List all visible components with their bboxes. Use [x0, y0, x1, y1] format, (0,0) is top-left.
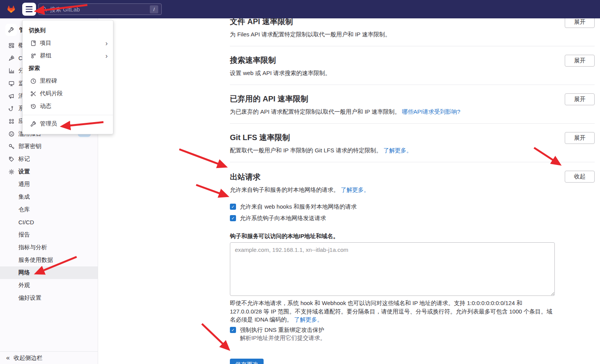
gear-icon	[8, 169, 15, 175]
admin-wrench-icon	[30, 121, 36, 127]
sidebar-item-labels[interactable]: 标记	[0, 153, 98, 165]
section-description: 为 Files API 请求配置特定限制以取代一般用户和 IP 速率限制。	[230, 31, 555, 38]
search-shortcut-key: /	[150, 5, 158, 13]
which-api-requests-link[interactable]: 哪些API请求受到影响?	[402, 108, 461, 115]
context-switcher-dropdown: 切换到 项目 › 群组 › 探索 里程碑 代码片段 动态 管理员	[22, 20, 113, 134]
project-icon	[30, 40, 36, 46]
bullhorn-icon	[8, 93, 15, 99]
dns-rebinding-checkbox-row: ✓ 强制执行 DNS 重新绑定攻击保护	[230, 326, 595, 334]
section-title: 已弃用的 API 速率限制	[230, 94, 595, 103]
allowlist-help-text: 即使不允许本地请求，系统 hook 和 Webhook 也可以访问对这些域名和 …	[230, 299, 555, 324]
learn-more-link[interactable]: 了解更多。	[294, 316, 323, 323]
gitlab-admin-network-page: / 管理中心 概览 CI/CD 分析 监控 消息	[0, 0, 600, 364]
tag-icon	[8, 156, 15, 162]
section-deprecated-api-rate-limits: 已弃用的 API 速率限制 为已废弃的 API 请求配置特定限制以取代一般用户和…	[230, 85, 595, 124]
checkbox-label: 强制执行 DNS 重新绑定攻击保护	[240, 326, 324, 334]
webhooks-local-network-checkbox[interactable]: ✓	[230, 204, 236, 210]
chevron-right-icon: ›	[105, 40, 108, 47]
section-outbound-requests: 出站请求 收起 允许来自钩子和服务的对本地网络的请求。 了解更多。 ✓ 允许来自…	[230, 162, 595, 364]
system-hooks-local-network-checkbox[interactable]: ✓	[230, 215, 236, 221]
checkbox-label: 允许系统钩子向本地网络发送请求	[240, 214, 326, 222]
section-description: 为已废弃的 API 请求配置特定限制以取代一般用户和 IP 速率限制。 哪些AP…	[230, 108, 555, 116]
collapse-button[interactable]: 收起	[565, 171, 595, 183]
section-files-api-rate-limits: 文件 API 速率限制 为 Files API 请求配置特定限制以取代一般用户和…	[230, 17, 595, 46]
admin-wrench-icon	[5, 24, 17, 36]
allowlist-label: 钩子和服务可以访问的本地IP地址和域名。	[230, 233, 595, 240]
section-title: 搜索速率限制	[230, 55, 595, 65]
menu-item-snippets[interactable]: 代码片段	[23, 87, 113, 100]
sidebar-item-settings[interactable]: 设置	[0, 165, 98, 178]
search-icon	[42, 7, 47, 12]
section-title: 出站请求	[230, 172, 595, 181]
frown-face-icon	[8, 131, 15, 137]
group-icon	[30, 53, 36, 59]
dropdown-header-switch-to: 切换到	[23, 24, 113, 37]
checkbox-label: 允许来自 web hooks 和服务对本地网络的请求	[240, 203, 357, 211]
top-navigation-bar: /	[0, 0, 600, 18]
dns-rebinding-checkbox[interactable]: ✓	[230, 327, 236, 333]
chevron-right-icon: ›	[105, 52, 108, 59]
main-content-area: 文件 API 速率限制 为 Files API 请求配置特定限制以取代一般用户和…	[98, 0, 600, 364]
sidebar-item-settings-preferences[interactable]: 偏好设置	[0, 292, 98, 304]
global-search-box[interactable]: /	[38, 3, 162, 15]
section-description: 设置 web 或 API 请求搜索的速率限制。	[230, 69, 555, 77]
overview-icon	[8, 42, 15, 49]
hamburger-menu-button[interactable]	[22, 3, 36, 16]
activity-history-icon	[30, 103, 36, 109]
monitor-icon	[8, 80, 15, 87]
dns-rebinding-help-text: 解析IP地址并使用它们提交请求。	[240, 335, 595, 342]
milestone-clock-icon	[30, 78, 36, 84]
section-git-lfs-rate-limits: Git LFS 速率限制 配置取代一般用户和 IP 率限制的 Git LFS 请…	[230, 124, 595, 162]
section-description: 配置取代一般用户和 IP 率限制的 Git LFS 请求的特定限制。 了解更多。	[230, 147, 555, 154]
rocket-icon	[8, 55, 15, 61]
sidebar-item-settings-integrations[interactable]: 集成	[0, 191, 98, 203]
collapse-chevrons-icon: «	[6, 354, 10, 362]
sidebar-item-settings-usage[interactable]: 服务使用数据	[0, 254, 98, 266]
menu-item-projects[interactable]: 项目 ›	[23, 37, 113, 49]
menu-item-milestones[interactable]: 里程碑	[23, 75, 113, 87]
sidebar-item-settings-reporting[interactable]: 报告	[0, 229, 98, 241]
hook-icon	[8, 106, 15, 112]
menu-item-groups[interactable]: 群组 ›	[23, 49, 113, 62]
section-search-rate-limits: 搜索速率限制 设置 web 或 API 请求搜索的速率限制。 展开	[230, 46, 595, 85]
search-input[interactable]	[50, 6, 150, 13]
expand-button[interactable]: 展开	[565, 132, 595, 144]
menu-item-admin[interactable]: 管理员	[23, 118, 113, 130]
expand-button[interactable]: 展开	[565, 93, 595, 105]
section-description: 允许来自钩子和服务的对本地网络的请求。 了解更多。	[230, 186, 595, 194]
menu-item-activity[interactable]: 动态	[23, 100, 113, 113]
sidebar-item-settings-cicd[interactable]: CI/CD	[0, 216, 98, 229]
allowlist-textarea[interactable]	[230, 242, 555, 296]
sidebar-item-settings-metrics[interactable]: 指标与分析	[0, 241, 98, 254]
chart-icon	[8, 68, 15, 74]
sidebar-item-settings-repository[interactable]: 仓库	[0, 203, 98, 216]
collapse-sidebar-button[interactable]: « 收起侧边栏	[0, 351, 98, 364]
system-hooks-local-network-checkbox-row: ✓ 允许系统钩子向本地网络发送请求	[230, 214, 595, 222]
sidebar-item-settings-general[interactable]: 通用	[0, 178, 98, 191]
key-icon	[8, 144, 15, 150]
sidebar-item-settings-network[interactable]: 网络	[0, 266, 98, 279]
sidebar-item-deploy-keys[interactable]: 部署密钥	[0, 140, 98, 153]
section-title: Git LFS 速率限制	[230, 133, 595, 142]
dropdown-header-explore: 探索	[23, 62, 113, 75]
learn-more-link[interactable]: 了解更多。	[384, 147, 412, 153]
webhooks-local-network-checkbox-row: ✓ 允许来自 web hooks 和服务对本地网络的请求	[230, 203, 595, 211]
apps-grid-icon	[8, 118, 15, 124]
sidebar-item-settings-appearance[interactable]: 外观	[0, 279, 98, 292]
expand-button[interactable]: 展开	[565, 55, 595, 67]
gitlab-logo-icon	[4, 2, 18, 16]
learn-more-link[interactable]: 了解更多。	[341, 186, 369, 193]
dropdown-divider	[23, 115, 113, 115]
snippets-scissors-icon	[30, 91, 36, 97]
save-changes-button[interactable]: 保存更改	[230, 359, 264, 364]
